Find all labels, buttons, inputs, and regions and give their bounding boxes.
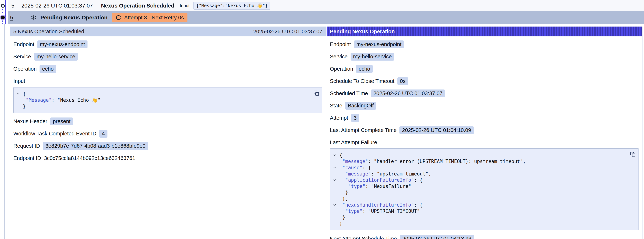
json-key: "message" bbox=[345, 171, 371, 176]
detail-card-nexus-operation-scheduled: 5 Nexus Operation Scheduled 2025-02-26 U… bbox=[10, 26, 326, 239]
event-detail-panels: 5 Nexus Operation Scheduled 2025-02-26 U… bbox=[10, 26, 642, 239]
json-key: "type" bbox=[345, 208, 362, 214]
json-text: } bbox=[340, 214, 345, 220]
json-value: } bbox=[340, 221, 342, 226]
detail-card-timestamp: 2025-02-26 UTC 01:03:37.07 bbox=[253, 28, 322, 34]
json-key: "cause" bbox=[342, 165, 362, 170]
field-label: Last Attempt Failure bbox=[330, 138, 639, 146]
event-timeline-rail bbox=[0, 0, 8, 24]
field-label: Last Attempt Complete Time bbox=[330, 127, 396, 133]
json-value: } bbox=[23, 104, 26, 109]
field-label: Endpoint bbox=[330, 41, 351, 48]
json-value: { bbox=[340, 152, 342, 158]
json-key: "Message" bbox=[26, 97, 52, 103]
detail-card-body: Endpointmy-nexus-endpointServicemy-hello… bbox=[326, 36, 642, 239]
detail-field-operation: Operationecho bbox=[330, 65, 373, 73]
chevron-down-icon[interactable] bbox=[333, 177, 340, 183]
field-label: Workflow Task Completed Event ID bbox=[13, 131, 96, 137]
field-value-chip: 3e829b7e-7d67-4b08-aad3-b1e868bfe9e0 bbox=[43, 142, 148, 150]
chevron-down-icon[interactable] bbox=[333, 152, 340, 158]
detail-field-nexus-header: Nexus Headerpresent bbox=[13, 118, 73, 125]
asterisk-icon bbox=[30, 14, 37, 21]
timeline-node-open-icon bbox=[1, 4, 5, 8]
field-label: Schedule To Close Timeout bbox=[330, 78, 394, 84]
json-text: "Message": "Nexus Echo 👋" bbox=[23, 97, 100, 103]
field-value-chip: 2025-02-26 UTC 01:03:37.07 bbox=[371, 90, 445, 97]
field-value-chip: my-nexus-endpoint bbox=[37, 40, 88, 48]
detail-field-operation: Operationecho bbox=[13, 65, 56, 73]
retry-badge-label: Attempt 3 · Next Retry 0s bbox=[124, 15, 184, 21]
json-value: : { bbox=[414, 177, 423, 183]
event-id-link[interactable]: 5 bbox=[11, 2, 14, 9]
json-value: }, bbox=[342, 196, 348, 202]
detail-field-service: Servicemy-hello-service bbox=[330, 53, 394, 60]
event-title: Pending Nexus Operation bbox=[40, 14, 108, 21]
gutter-spacer bbox=[333, 220, 340, 227]
event-title: Nexus Operation Scheduled bbox=[101, 2, 174, 9]
detail-field-service: Servicemy-hello-service bbox=[13, 53, 78, 60]
json-text: "message": "handler error (UPSTREAM_TIME… bbox=[340, 158, 526, 164]
gutter-spacer bbox=[333, 183, 340, 190]
scrollbar-track[interactable] bbox=[642, 26, 643, 239]
field-label: State bbox=[330, 103, 342, 109]
json-line: "nexusHandlerFailureInfo": { bbox=[333, 202, 628, 208]
field-value-chip: 4 bbox=[99, 130, 107, 138]
json-line: "message": "upstream timeout", bbox=[333, 171, 628, 177]
json-value: : "upstream timeout", bbox=[371, 171, 431, 176]
event-id-link[interactable]: 5 bbox=[10, 14, 13, 21]
json-line: { bbox=[16, 91, 311, 97]
field-label: Nexus Header bbox=[13, 118, 47, 124]
json-line: "type": "NexusFailure" bbox=[333, 183, 628, 190]
json-line: "applicationFailureInfo": { bbox=[333, 177, 628, 183]
event-row-pending-nexus-operation[interactable]: 5 Pending Nexus Operation Attempt 3 · Ne… bbox=[8, 11, 644, 24]
field-label: Operation bbox=[13, 66, 36, 72]
detail-field-endpoint: Endpointmy-nexus-endpoint bbox=[13, 40, 88, 48]
json-text: } bbox=[340, 220, 342, 227]
gutter-spacer bbox=[333, 196, 340, 202]
gutter-spacer bbox=[16, 97, 23, 103]
json-value: : "UPSTREAM_TIMEOUT" bbox=[362, 208, 420, 214]
field-label: Endpoint bbox=[13, 41, 34, 48]
json-text: "nexusHandlerFailureInfo": { bbox=[340, 202, 422, 208]
field-value-link[interactable]: 3c0c75ccfa8144b092c13ce632463761 bbox=[44, 155, 135, 161]
json-value: : "NexusFailure" bbox=[366, 184, 411, 189]
event-input-preview: {"Message":"Nexus Echo 👋"} bbox=[194, 2, 270, 10]
active-group-indicator-bar bbox=[5, 0, 6, 24]
json-text: } bbox=[23, 103, 26, 110]
json-line: } bbox=[16, 103, 311, 110]
field-label: Next Attempt Schedule Time bbox=[330, 236, 397, 239]
gutter-spacer bbox=[333, 214, 340, 220]
chevron-down-icon[interactable] bbox=[333, 164, 340, 171]
json-value: : "handler error (UPSTREAM_TIMEOUT): ups… bbox=[368, 159, 526, 164]
json-key: "type" bbox=[348, 184, 366, 189]
field-value-chip: BackingOff bbox=[345, 102, 376, 110]
detail-card-header: 5 Nexus Operation Scheduled 2025-02-26 U… bbox=[10, 26, 326, 36]
gutter-spacer bbox=[16, 103, 23, 110]
field-label: Service bbox=[330, 54, 348, 60]
field-label: Operation bbox=[330, 66, 353, 72]
json-text: "cause": { bbox=[340, 164, 371, 171]
event-input-label: Input bbox=[180, 3, 190, 8]
field-label: Scheduled Time bbox=[330, 90, 368, 96]
copy-button[interactable] bbox=[629, 151, 636, 158]
gutter-spacer bbox=[333, 171, 340, 177]
detail-field-endpoint: Endpointmy-nexus-endpoint bbox=[330, 40, 404, 48]
gutter-spacer bbox=[333, 208, 340, 214]
copy-button[interactable] bbox=[313, 90, 320, 96]
detail-field-last-attempt-failure: Last Attempt Failure{"message": "handler… bbox=[330, 138, 639, 230]
field-value-chip: 2025-02-26 UTC 01:04:13.93 bbox=[400, 235, 474, 239]
field-label: Attempt bbox=[330, 115, 348, 121]
timeline-dashed-connector bbox=[2, 9, 3, 15]
event-row-nexus-operation-scheduled[interactable]: 5 2025-02-26 UTC 01:03:37.07 Nexus Opera… bbox=[8, 0, 644, 11]
detail-field-last-attempt-complete-time: Last Attempt Complete Time2025-02-26 UTC… bbox=[330, 126, 474, 134]
json-value: : { bbox=[414, 202, 422, 208]
chevron-down-icon[interactable] bbox=[16, 91, 23, 97]
json-text: "message": "upstream timeout", bbox=[340, 171, 431, 177]
chevron-down-icon[interactable] bbox=[333, 202, 340, 208]
expanded-group-border bbox=[4, 24, 5, 239]
json-viewer: {"message": "handler error (UPSTREAM_TIM… bbox=[330, 148, 639, 230]
json-text: { bbox=[23, 91, 26, 97]
json-value: } bbox=[342, 215, 345, 220]
field-value-chip: 3 bbox=[351, 114, 359, 122]
json-value: : "Nexus Echo 👋" bbox=[52, 97, 100, 103]
